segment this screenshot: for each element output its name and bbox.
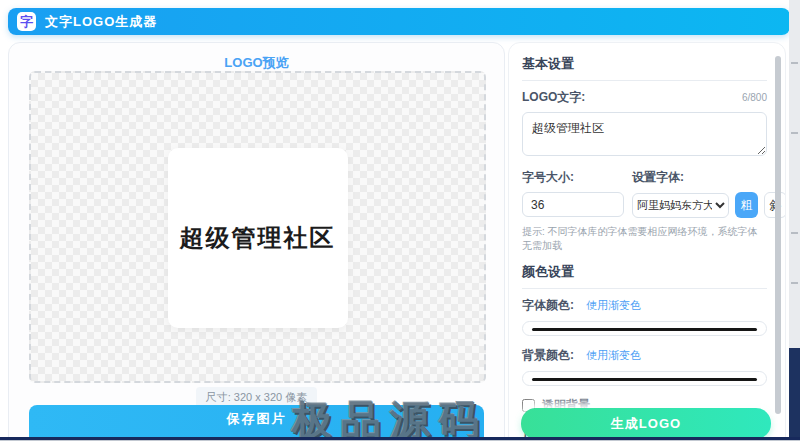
app-title: 文字LOGO生成器 — [45, 13, 157, 31]
logo-text-input[interactable]: 超级管理社区 — [522, 112, 767, 156]
font-size-input[interactable] — [522, 192, 624, 217]
background-window-dark-block — [789, 348, 800, 438]
font-family-label: 设置字体: — [632, 169, 786, 186]
font-gradient-link[interactable]: 使用渐变色 — [586, 298, 641, 313]
watermark-text: 极品源码 — [292, 393, 488, 441]
logo-canvas: 超级管理社区 — [168, 148, 348, 328]
logo-canvas-text: 超级管理社区 — [180, 222, 336, 254]
color-settings-heading: 颜色设置 — [522, 263, 767, 289]
preview-card: LOGO预览 超级管理社区 尺寸: 320 x 320 像素 保存图片 — [8, 42, 505, 441]
bg-color-label: 背景颜色: — [522, 347, 574, 364]
background-window-fragment — [791, 62, 798, 64]
preview-title: LOGO预览 — [9, 54, 504, 72]
font-family-select[interactable]: 阿里妈妈东方大楷 Web — [632, 193, 729, 218]
bg-color-picker[interactable] — [522, 371, 767, 386]
basic-settings-heading: 基本设置 — [522, 55, 767, 81]
font-color-picker[interactable] — [522, 321, 767, 336]
bg-color-swatch — [532, 378, 757, 381]
app-logo-glyph: 字 — [20, 13, 33, 31]
bg-gradient-link[interactable]: 使用渐变色 — [586, 348, 641, 363]
font-hint-text: 提示: 不同字体库的字体需要相应网络环境，系统字体无需加载 — [522, 225, 767, 253]
background-window-fragment — [791, 282, 798, 284]
background-window-fragment — [791, 232, 798, 234]
preview-transparency-area: 超级管理社区 — [29, 71, 486, 383]
generate-logo-button[interactable]: 生成LOGO — [521, 408, 771, 439]
app-window: 字 文字LOGO生成器 LOGO预览 超级管理社区 尺寸: 320 x 320 … — [0, 0, 800, 441]
app-header: 字 文字LOGO生成器 — [8, 8, 790, 35]
font-color-swatch — [532, 328, 757, 331]
char-counter: 6/800 — [742, 92, 767, 103]
font-color-label: 字体颜色: — [522, 297, 574, 314]
bold-toggle-button[interactable]: 粗 — [735, 192, 758, 218]
logo-text-label: LOGO文字: — [522, 89, 585, 106]
font-size-label: 字号大小: — [522, 169, 624, 186]
app-logo-icon: 字 — [17, 12, 36, 31]
settings-scrollbar[interactable] — [775, 56, 781, 414]
settings-panel: 基本设置 LOGO文字: 6/800 超级管理社区 字号大小: 设置字体: 阿里… — [508, 42, 786, 441]
background-window-fragment — [791, 132, 798, 134]
